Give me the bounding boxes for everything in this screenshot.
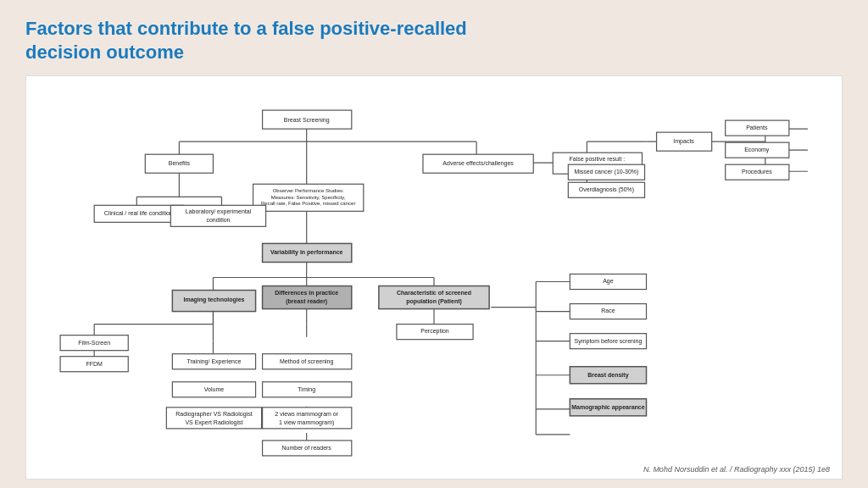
procedures-label: Procedures (742, 169, 772, 175)
missed-label: Missed cancer (10-30%) (574, 169, 638, 175)
perception-label: Perception (420, 328, 449, 335)
film-screen-label: Film-Screen (78, 340, 110, 346)
lab-label1: Laboratory/ experimental (186, 208, 252, 215)
slide-container: Factors that contribute to a false posit… (0, 0, 868, 488)
training-label: Training/ Experience (186, 358, 241, 365)
symptom-label: Symptom before screning (575, 338, 643, 345)
economy-label: Economy (744, 147, 770, 153)
num-readers-label: Number of readers (282, 445, 332, 451)
radiographer-label2: VS Expert Radiologist (185, 419, 242, 426)
false-pos-label1: False positive result : (570, 156, 626, 163)
two-views-label2: 1 view mammogram) (279, 419, 334, 426)
breast-screening-label: Breast Screening (284, 117, 330, 124)
obs-perf-label2: Measures: Sensitivity, Specificity, (271, 195, 346, 200)
breast-density-label: Breast density (587, 372, 628, 379)
overdiag-label: Overdiagnosis (50%) (579, 186, 634, 193)
char-screened-label2: population (Patient) (406, 298, 462, 305)
patients-label: Patients (746, 125, 768, 130)
timing-label: Timing (298, 386, 315, 393)
volume-label: Volume (204, 386, 224, 392)
slide-title: Factors that contribute to a false posit… (25, 17, 843, 64)
impacts-label: Impacts (673, 138, 694, 145)
radiographer-label1: Radiographer VS Radiologist (175, 411, 252, 418)
citation: N. Mohd Norsuddin et al. / Radiography x… (643, 465, 830, 474)
adverse-label: Adverse effects/challenges (442, 160, 514, 167)
mammo-appear-label: Mamographic appearance (571, 404, 644, 411)
char-screened-label1: Characteristic of screened (397, 290, 471, 296)
age-label: Age (603, 278, 614, 285)
obs-perf-label: Observer Performance Studies: (273, 188, 344, 193)
benefits-label: Benefits (169, 160, 191, 166)
two-views-label1: 2 views mammogram or (275, 411, 338, 418)
diff-practice-label1: Differences in practice (275, 290, 338, 297)
imaging-label: Imaging technologies (183, 297, 244, 303)
diagram-area: Breast Screening Benefits Observer Perfo… (25, 75, 843, 480)
race-label: Race (601, 308, 615, 313)
diff-practice-label2: (breast reader) (286, 298, 327, 305)
diagram-svg: Breast Screening Benefits Observer Perfo… (26, 76, 842, 479)
variability-label: Variability in performance (270, 249, 343, 256)
lab-label2: condition (206, 217, 230, 223)
method-label: Method of screening (280, 358, 334, 365)
clinical-label: Clinical / real life condition (104, 210, 173, 216)
obs-perf-label3: Recall rate, False Positive, missed canc… (261, 201, 355, 206)
ffdm-label: FFDM (86, 361, 103, 367)
